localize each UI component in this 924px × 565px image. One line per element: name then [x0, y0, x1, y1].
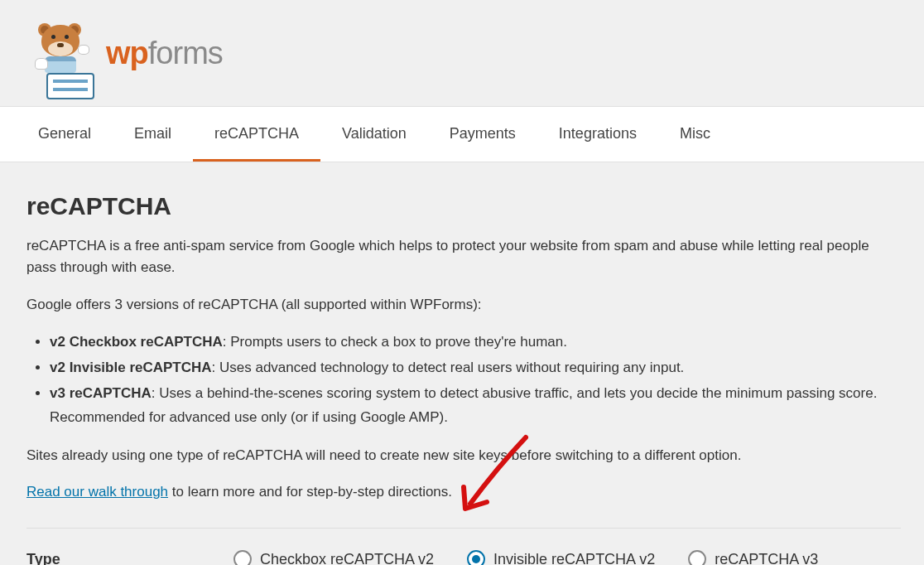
radio-icon: [688, 550, 706, 565]
versions-list: v2 Checkbox reCAPTCHA: Prompts users to …: [26, 331, 901, 430]
wpforms-logo-text: wpforms: [106, 36, 223, 71]
settings-tabs: General Email reCAPTCHA Validation Payme…: [0, 106, 924, 162]
radio-v3[interactable]: reCAPTCHA v3: [688, 550, 818, 565]
tab-recaptcha[interactable]: reCAPTCHA: [193, 107, 320, 162]
radio-label: Checkbox reCAPTCHA v2: [260, 551, 434, 565]
walkthrough-line: Read our walk through to learn more and …: [26, 481, 901, 503]
type-field-row: Type Checkbox reCAPTCHA v2 Invisible reC…: [26, 550, 901, 565]
wpforms-mascot-icon: [26, 23, 91, 83]
divider: [26, 528, 901, 529]
radio-icon: [467, 550, 485, 565]
tab-email[interactable]: Email: [113, 107, 193, 162]
logo-header: wpforms: [26, 23, 924, 83]
tab-validation[interactable]: Validation: [320, 107, 428, 162]
radio-checkbox-v2[interactable]: Checkbox reCAPTCHA v2: [233, 550, 434, 565]
radio-invisible-v2[interactable]: Invisible reCAPTCHA v2: [467, 550, 655, 565]
list-item: v2 Invisible reCAPTCHA: Uses advanced te…: [50, 356, 901, 380]
versions-lead-text: Google offers 3 versions of reCAPTCHA (a…: [26, 294, 901, 316]
switch-note-text: Sites already using one type of reCAPTCH…: [26, 445, 901, 466]
list-item: v3 reCAPTCHA: Uses a behind-the-scenes s…: [50, 382, 901, 430]
type-label: Type: [26, 551, 233, 565]
radio-label: reCAPTCHA v3: [715, 551, 818, 565]
list-item: v2 Checkbox reCAPTCHA: Prompts users to …: [50, 331, 901, 355]
type-radio-group: Checkbox reCAPTCHA v2 Invisible reCAPTCH…: [233, 550, 818, 565]
radio-icon: [233, 550, 252, 565]
page-title: reCAPTCHA: [26, 192, 901, 220]
radio-label: Invisible reCAPTCHA v2: [493, 551, 655, 565]
tab-integrations[interactable]: Integrations: [537, 107, 658, 162]
tab-misc[interactable]: Misc: [658, 107, 732, 162]
tab-general[interactable]: General: [17, 107, 113, 162]
intro-text: reCAPTCHA is a free anti-spam service fr…: [26, 235, 901, 279]
tab-payments[interactable]: Payments: [428, 107, 537, 162]
walkthrough-link[interactable]: Read our walk through: [26, 484, 168, 500]
